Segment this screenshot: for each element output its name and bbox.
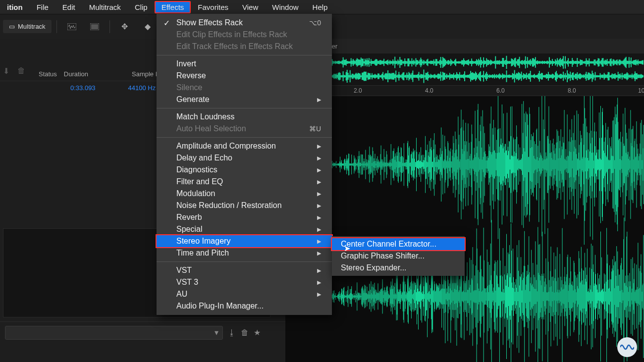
waveform-overview[interactable] — [285, 53, 644, 85]
menuitem-label: Silence — [176, 83, 202, 92]
menuitem-match-loudness[interactable]: Match Loudness — [157, 111, 332, 123]
trash-icon[interactable]: 🗑 — [241, 328, 249, 337]
submenu-arrow-icon: ▶ — [317, 155, 321, 161]
menu-clip[interactable]: Clip — [128, 1, 155, 13]
menuitem-filter-and-eq[interactable]: Filter and EQ▶ — [157, 176, 332, 188]
menu-file[interactable]: File — [30, 1, 55, 13]
menu-effects[interactable]: Effects — [155, 1, 191, 13]
waveform-main[interactable] — [285, 96, 644, 362]
menuitem-modulation[interactable]: Modulation▶ — [157, 188, 332, 200]
menu-view[interactable]: View — [235, 1, 265, 13]
download-icon[interactable]: ⬇ — [3, 66, 9, 76]
submenuitem-center-channel-extractor[interactable]: Center Channel Extractor... — [332, 238, 465, 250]
menuitem-generate[interactable]: Generate▶ — [157, 94, 332, 105]
menuitem-label: Show Effects Rack — [176, 18, 243, 27]
menuitem-amplitude-and-compression[interactable]: Amplitude and Compression▶ — [157, 140, 332, 152]
menuitem-delay-and-echo[interactable]: Delay and Echo▶ — [157, 152, 332, 164]
menuitem-edit-track-effects-in-effects-rack: Edit Track Effects in Effects Rack — [157, 41, 332, 52]
menuitem-label: Reverb — [176, 213, 202, 222]
menuitem-label: Modulation — [176, 189, 215, 198]
waveform-display-icon[interactable] — [62, 17, 82, 36]
menuitem-label: VST 3 — [176, 278, 198, 287]
menuitem-label: VST — [176, 266, 192, 275]
razor-tool-icon[interactable]: ◆ — [138, 17, 158, 36]
menuitem-au[interactable]: AU▶ — [157, 288, 332, 300]
menuitem-label: Diagnostics — [176, 165, 217, 174]
ruler-tick: 6.0 — [496, 87, 505, 94]
column-status[interactable]: Status — [39, 70, 57, 78]
menuitem-time-and-pitch[interactable]: Time and Pitch▶ — [157, 247, 332, 259]
menu-divider — [157, 137, 332, 138]
separator — [56, 20, 57, 33]
menuitem-reverse[interactable]: Reverse — [157, 70, 332, 82]
multitrack-button[interactable]: ▭ Multitrack — [3, 20, 52, 33]
menuitem-stereo-imagery[interactable]: Stereo Imagery▶ — [157, 235, 332, 247]
effects-menu: ✓Show Effects Rack⌥0Edit Clip Effects in… — [157, 14, 332, 315]
menuitem-label: Generate — [176, 95, 210, 104]
menuitem-show-effects-rack[interactable]: ✓Show Effects Rack⌥0 — [157, 17, 332, 29]
menuitem-label: Delay and Echo — [176, 154, 232, 162]
submenu-arrow-icon: ▶ — [317, 214, 321, 221]
menuitem-noise-reduction-restoration[interactable]: Noise Reduction / Restoration▶ — [157, 200, 332, 211]
submenu-arrow-icon: ▶ — [317, 203, 321, 209]
menuitem-auto-heal-selection: Auto Heal Selection⌘U — [157, 123, 332, 135]
menuitem-reverb[interactable]: Reverb▶ — [157, 211, 332, 223]
submenuitem-graphic-phase-shifter[interactable]: Graphic Phase Shifter... — [332, 250, 465, 262]
submenu-arrow-icon: ▶ — [317, 238, 321, 245]
submenu-arrow-icon: ▶ — [317, 267, 321, 274]
menu-divider — [157, 108, 332, 108]
files-footer: ▾ ⭳ 🗑 ★ — [0, 321, 285, 343]
menuitem-silence: Silence — [157, 82, 332, 94]
menuitem-vst[interactable]: VST▶ — [157, 264, 332, 276]
submenu-arrow-icon: ▶ — [317, 279, 321, 286]
menuitem-edit-clip-effects-in-effects-rack: Edit Clip Effects in Effects Rack — [157, 29, 332, 41]
menuitem-label: Edit Clip Effects in Effects Rack — [176, 30, 287, 39]
menuitem-diagnostics[interactable]: Diagnostics▶ — [157, 164, 332, 176]
time-ruler[interactable]: 2.04.06.08.010.0 — [285, 85, 644, 96]
menu-multitrack[interactable]: Multitrack — [82, 1, 128, 13]
submenu-arrow-icon: ▶ — [317, 191, 321, 197]
menuitem-label: Auto Heal Selection — [176, 124, 246, 133]
submenu-arrow-icon: ▶ — [317, 250, 321, 257]
menu-favorites[interactable]: Favorites — [191, 1, 235, 13]
menuitem-label: Noise Reduction / Restoration — [176, 201, 282, 210]
submenu-arrow-icon: ▶ — [317, 143, 321, 150]
menu-help[interactable]: Help — [306, 1, 335, 13]
menu-edit[interactable]: Edit — [55, 1, 82, 13]
star-icon[interactable]: ★ — [254, 328, 261, 337]
submenu-arrow-icon: ▶ — [317, 167, 321, 173]
shortcut-label: ⌘U — [309, 125, 321, 133]
multitrack-icon: ▭ — [9, 23, 15, 30]
ruler-tick: 4.0 — [425, 87, 433, 94]
shortcut-label: ⌥0 — [309, 19, 321, 27]
menuitem-label: Filter and EQ — [176, 177, 223, 186]
submenu-arrow-icon: ▶ — [317, 97, 321, 103]
menu-window[interactable]: Window — [265, 1, 305, 13]
download-icon[interactable]: ⭳ — [228, 328, 236, 337]
submenuitem-stereo-expander[interactable]: Stereo Expander... — [332, 262, 465, 274]
move-tool-icon[interactable]: ✥ — [115, 17, 135, 36]
menuitem-invert[interactable]: Invert — [157, 58, 332, 70]
editor-panel: av ≡ Mixer 2.04.06.08.010.0 — [285, 39, 644, 362]
app-name: ition — [0, 3, 30, 11]
menuitem-audio-plug-in-manager[interactable]: Audio Plug-In Manager... — [157, 300, 332, 312]
preset-combo[interactable]: ▾ — [5, 326, 223, 340]
file-duration-value: 0:33.093 — [70, 84, 96, 92]
menuitem-label: Audio Plug-In Manager... — [176, 302, 264, 310]
trash-icon[interactable]: 🗑 — [17, 66, 25, 76]
submenu-arrow-icon: ▶ — [317, 179, 321, 185]
file-samplerate-value: 44100 Hz — [128, 84, 156, 92]
column-duration[interactable]: Duration — [64, 70, 88, 78]
svg-rect-2 — [91, 24, 98, 29]
panel-icons: ⬇ 🗑 — [3, 66, 25, 76]
spectral-display-icon[interactable] — [85, 17, 105, 36]
stereo-imagery-submenu: Center Channel Extractor...Graphic Phase… — [332, 236, 465, 276]
editor-tabs: av ≡ Mixer — [285, 39, 644, 53]
menuitem-label: AU — [176, 290, 187, 299]
ruler-tick: 10.0 — [638, 87, 644, 94]
menuitem-label: Special — [176, 225, 202, 234]
multitrack-label: Multitrack — [18, 23, 46, 30]
menubar: ition FileEditMultitrackClipEffectsFavor… — [0, 0, 644, 14]
menuitem-vst-3[interactable]: VST 3▶ — [157, 276, 332, 288]
menuitem-special[interactable]: Special▶ — [157, 223, 332, 235]
